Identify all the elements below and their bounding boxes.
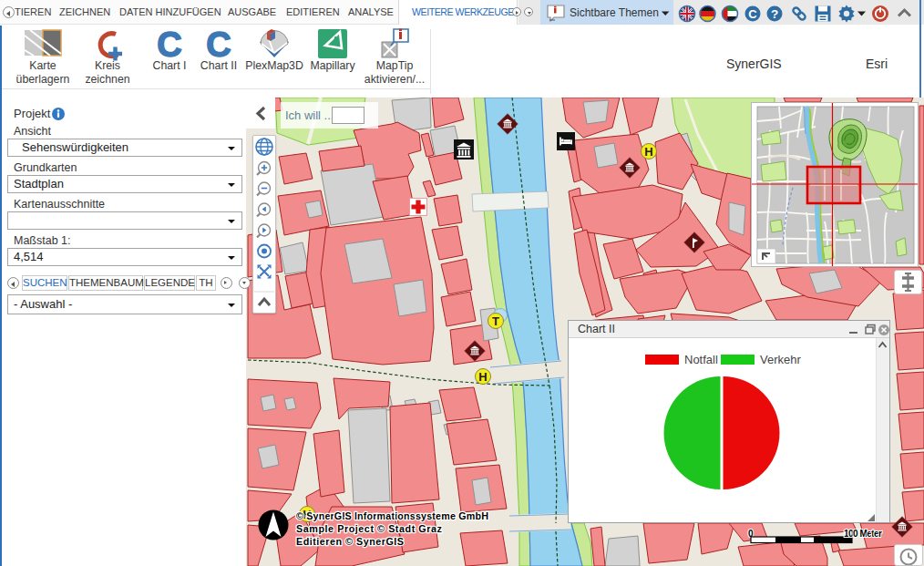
svg-text:Sample Project © Stadt Graz: Sample Project © Stadt Graz xyxy=(296,523,443,534)
svg-text:aktivieren/...: aktivieren/... xyxy=(364,73,425,86)
svg-text:Karte: Karte xyxy=(29,59,56,72)
svg-text:zeichnen: zeichnen xyxy=(85,73,129,86)
svg-text:Editieren © SynerGIS: Editieren © SynerGIS xyxy=(296,536,404,547)
svg-text:H: H xyxy=(478,370,487,384)
svg-text:100 Meter: 100 Meter xyxy=(844,529,882,539)
svg-text:Chart II: Chart II xyxy=(200,59,237,72)
svg-text:H: H xyxy=(644,145,652,159)
svg-text:Mapillary: Mapillary xyxy=(310,59,355,72)
svg-text:Kreis: Kreis xyxy=(95,59,120,72)
svg-text:T: T xyxy=(492,314,499,328)
svg-text:C: C xyxy=(748,7,757,21)
svg-text:überlagern: überlagern xyxy=(16,73,70,86)
svg-text:PlexMap3D: PlexMap3D xyxy=(245,59,303,72)
svg-text:Notfall: Notfall xyxy=(684,353,718,366)
svg-text:© SynerGIS Informationssysteme: © SynerGIS Informationssysteme GmbH xyxy=(296,510,488,521)
svg-text:?: ? xyxy=(771,7,778,21)
svg-text:Verkehr: Verkehr xyxy=(760,353,801,366)
svg-text:C: C xyxy=(206,26,231,64)
svg-text:Sichtbare Themen: Sichtbare Themen xyxy=(570,6,659,19)
svg-text:MapTip: MapTip xyxy=(376,59,414,72)
svg-text:Chart I: Chart I xyxy=(153,59,187,72)
svg-text:C: C xyxy=(157,26,181,64)
